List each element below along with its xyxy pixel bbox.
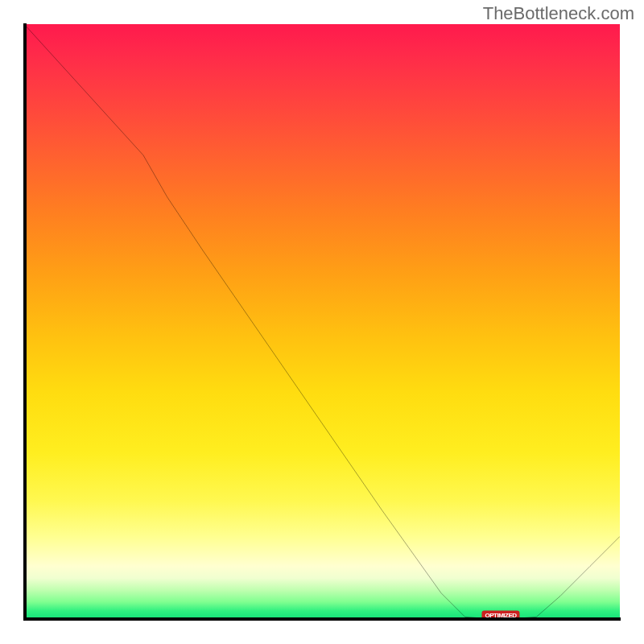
- x-axis: [23, 617, 621, 621]
- chart-container: TheBottleneck.com OPTIMIZED: [0, 0, 644, 644]
- attribution-text: TheBottleneck.com: [483, 3, 634, 24]
- plot-area: OPTIMIZED: [24, 24, 620, 620]
- bottleneck-curve: [24, 24, 620, 620]
- curve-svg: [24, 24, 620, 620]
- y-axis: [23, 23, 27, 621]
